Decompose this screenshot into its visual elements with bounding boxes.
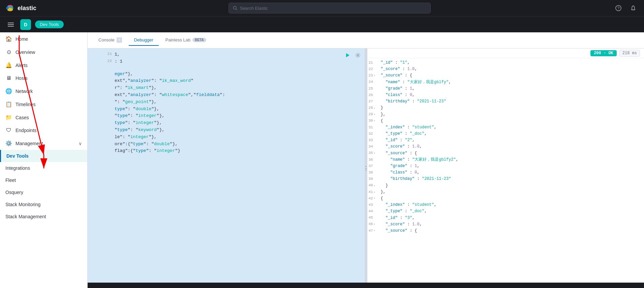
editor-line: "type": "keyword"}, xyxy=(104,127,362,134)
response-line: 46▾ "_score" : 1.0, xyxy=(369,221,643,228)
sidebar-item-stack-monitoring[interactable]: Stack Monitoring xyxy=(0,198,87,211)
sidebar-stack-management-label: Stack Management xyxy=(5,214,46,219)
svg-point-5 xyxy=(233,6,236,9)
response-line: 39 "birthday" : "2021-11-23" xyxy=(369,176,643,182)
console-area: 211, 22: 1 eger"}, ext","analyzer": "ik_… xyxy=(88,49,644,288)
management-group-header[interactable]: ⚙️ Management ∨ xyxy=(0,137,87,150)
main-layout: 🏠 Home ⊙ Overview 🔔 Alerts 🖥 Hosts 🌐 Net… xyxy=(0,32,644,288)
management-chevron-icon: ∨ xyxy=(79,141,82,146)
pane-divider[interactable] xyxy=(365,49,367,288)
editor-content[interactable]: 211, 22: 1 eger"}, ext","analyzer": "ik_… xyxy=(88,49,365,288)
tab-console-label: Console xyxy=(98,37,115,42)
help-icon[interactable]: ? xyxy=(613,3,624,13)
editor-pane: 211, 22: 1 eger"}, ext","analyzer": "ik_… xyxy=(88,49,365,288)
sidebar-overview-label: Overview xyxy=(16,50,35,55)
svg-text:?: ? xyxy=(617,6,619,10)
tab-console-close[interactable]: ✕ xyxy=(117,37,122,43)
response-line: 30▾ { xyxy=(369,118,643,124)
sidebar-item-cases[interactable]: 📁 Cases xyxy=(0,111,87,124)
top-navigation: elastic ? xyxy=(0,0,644,16)
tab-painless-beta-badge: BETA xyxy=(192,38,206,42)
content-area: Console ✕ Debugger Painless Lab BETA xyxy=(88,32,644,288)
endpoints-icon: 🛡 xyxy=(5,127,12,133)
response-line: 21 "_id" : "1", xyxy=(369,60,643,66)
search-input[interactable] xyxy=(240,6,426,11)
svg-point-4 xyxy=(6,7,8,9)
response-line: 27 "birthday" : "2021-11-23" xyxy=(369,98,643,105)
response-line: 29▾ }, xyxy=(369,111,643,118)
home-icon: 🏠 xyxy=(5,36,12,42)
editor-line: r": "ik_smart"}, xyxy=(104,85,362,92)
svg-marker-13 xyxy=(346,53,349,57)
response-pane: 200 - OK 218 ms 21 "_id" : "1", 22 "_sco… xyxy=(367,49,644,288)
response-line: 28▴ } xyxy=(369,105,643,111)
hamburger-menu-button[interactable] xyxy=(5,19,16,30)
response-line: 26 "class" : 0, xyxy=(369,92,643,98)
editor-line: 211, xyxy=(104,51,362,58)
editor-line: "type": "integer"}, xyxy=(104,113,362,120)
response-line: 34 "_score" : 1.0, xyxy=(369,143,643,150)
global-search-bar[interactable] xyxy=(228,3,431,13)
overview-icon: ⊙ xyxy=(5,49,12,55)
sidebar-item-stack-management[interactable]: Stack Management xyxy=(0,211,87,223)
timing-badge: 218 ms xyxy=(619,50,640,57)
status-bar: 192.168.159.134:5601/app/dev_tools xyxy=(0,283,644,288)
settings-button[interactable] xyxy=(354,51,362,59)
response-line: 25 "grade" : 1, xyxy=(369,86,643,92)
app-title: elastic xyxy=(18,5,36,12)
nav-icon-group: ? xyxy=(613,3,639,13)
editor-line: ": "geo_point"}, xyxy=(104,99,362,106)
sidebar-osquery-label: Osquery xyxy=(5,190,23,195)
sidebar-integrations-label: Integrations xyxy=(5,165,30,171)
response-line: 45 "_id" : "3", xyxy=(369,215,643,221)
response-line: 43 "_index" : "student", xyxy=(369,202,643,208)
sidebar-network-label: Network xyxy=(16,89,33,94)
editor-line: 22: 1 xyxy=(104,58,362,65)
tab-painless[interactable]: Painless Lab BETA xyxy=(160,35,212,46)
editor-line: type": "integer"}, xyxy=(104,120,362,127)
sidebar-stack-monitoring-label: Stack Monitoring xyxy=(5,202,40,207)
sidebar-item-hosts[interactable]: 🖥 Hosts xyxy=(0,72,87,85)
response-line: 44 "_type" : "_doc", xyxy=(369,208,643,215)
sidebar-item-dev-tools[interactable]: Dev Tools xyxy=(0,150,87,162)
status-badge: 200 - OK xyxy=(590,50,617,56)
sidebar-item-home[interactable]: 🏠 Home xyxy=(0,32,87,45)
timelines-icon: 📋 xyxy=(5,101,12,107)
user-avatar[interactable]: D xyxy=(20,19,31,30)
response-line: 37 "grade" : 1, xyxy=(369,163,643,169)
sidebar-item-integrations[interactable]: Integrations xyxy=(0,162,87,174)
sidebar: 🏠 Home ⊙ Overview 🔔 Alerts 🖥 Hosts 🌐 Net… xyxy=(0,32,88,288)
response-line: 40▴ } xyxy=(369,183,643,189)
response-line: 38 "class" : 0, xyxy=(369,169,643,176)
response-line: 33 "_id" : "2", xyxy=(369,137,643,143)
sidebar-fleet-label: Fleet xyxy=(5,178,16,183)
editor-line: flag":{"type": "integer"} xyxy=(104,148,362,155)
network-icon: 🌐 xyxy=(5,88,12,94)
sidebar-item-overview[interactable]: ⊙ Overview xyxy=(0,45,87,59)
tab-console[interactable]: Console ✕ xyxy=(93,35,127,46)
sidebar-item-osquery[interactable]: Osquery xyxy=(0,186,87,198)
sidebar-item-alerts[interactable]: 🔔 Alerts xyxy=(0,59,87,72)
svg-line-6 xyxy=(236,9,237,10)
response-content[interactable]: 21 "_id" : "1", 22 "_score" : 1.0, 23▾ "… xyxy=(367,58,644,286)
response-line: 36 "name" : "大家好，我是gblfy2", xyxy=(369,157,643,163)
editor-line: ext","analyzer": "ik_max_word" xyxy=(104,77,362,85)
tab-debugger[interactable]: Debugger xyxy=(129,35,159,46)
elastic-logo[interactable]: elastic xyxy=(5,3,46,13)
dev-tools-breadcrumb[interactable]: Dev Tools xyxy=(35,21,64,28)
sidebar-item-endpoints[interactable]: 🛡 Endpoints xyxy=(0,124,87,137)
tabs-bar: Console ✕ Debugger Painless Lab BETA xyxy=(88,32,644,49)
alerts-icon: 🔔 xyxy=(5,62,12,68)
sidebar-item-network[interactable]: 🌐 Network xyxy=(0,85,87,98)
sidebar-item-fleet[interactable]: Fleet xyxy=(0,174,87,186)
tab-painless-label: Painless Lab xyxy=(165,37,190,42)
editor-line: ore":{"type": "double"}, xyxy=(104,141,362,148)
tab-debugger-label: Debugger xyxy=(134,37,153,42)
run-button[interactable] xyxy=(344,51,352,59)
editor-toolbar xyxy=(344,51,362,59)
sidebar-cases-label: Cases xyxy=(16,115,29,120)
notifications-icon[interactable] xyxy=(628,3,639,13)
response-line: 24 "name" : "大家好，我是gblfy", xyxy=(369,79,643,86)
sidebar-item-timelines[interactable]: 📋 Timelines xyxy=(0,98,87,111)
hosts-icon: 🖥 xyxy=(5,75,12,81)
